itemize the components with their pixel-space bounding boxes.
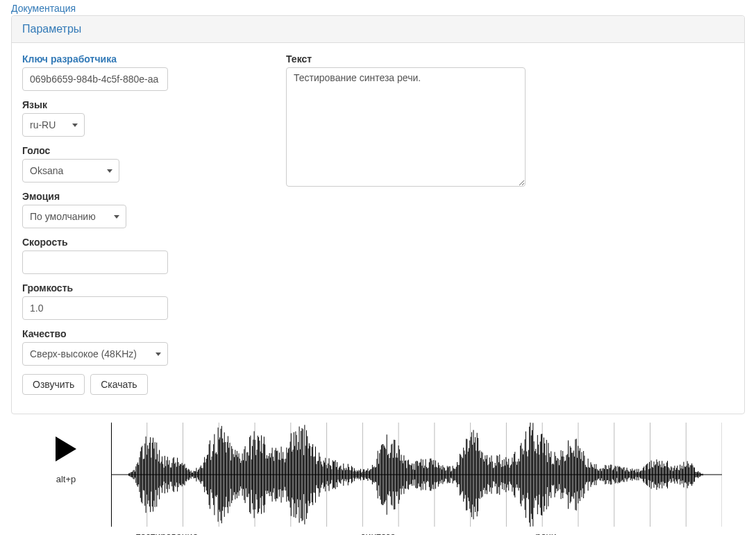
volume-input[interactable] bbox=[22, 296, 168, 320]
speed-input[interactable] bbox=[22, 250, 168, 274]
waveform-display[interactable] bbox=[111, 423, 722, 527]
waveform-area: alt+p тестированиесинтезаречи. 0.000.100… bbox=[21, 423, 735, 535]
dev-key-label[interactable]: Ключ разработчика bbox=[22, 53, 258, 65]
quality-select[interactable]: Сверх-высокое (48KHz) bbox=[22, 342, 168, 366]
speed-label: Скорость bbox=[22, 237, 258, 248]
play-hotkey-label: alt+p bbox=[56, 474, 76, 484]
volume-label: Громкость bbox=[22, 282, 258, 294]
params-panel: Параметры Ключ разработчика Язык ru-RU Г… bbox=[11, 15, 745, 414]
word-label: . bbox=[704, 531, 707, 535]
emotion-select[interactable]: По умолчанию bbox=[22, 205, 126, 228]
quality-label: Качество bbox=[22, 328, 258, 339]
word-label: синтеза bbox=[361, 531, 396, 535]
language-select[interactable]: ru-RU bbox=[22, 113, 85, 137]
word-label: тестирование bbox=[136, 531, 198, 535]
panel-title: Параметры bbox=[12, 16, 744, 43]
dev-key-input[interactable] bbox=[22, 67, 168, 91]
voice-label: Голос bbox=[22, 145, 258, 156]
voice-select[interactable]: Oksana bbox=[22, 159, 119, 182]
download-button[interactable]: Скачать bbox=[90, 374, 148, 395]
text-label: Текст bbox=[286, 53, 734, 65]
word-label: речи bbox=[535, 531, 556, 535]
language-label: Язык bbox=[22, 99, 258, 110]
speak-button[interactable]: Озвучить bbox=[22, 374, 85, 395]
play-button[interactable] bbox=[56, 436, 76, 461]
text-textarea[interactable] bbox=[286, 67, 526, 187]
documentation-link[interactable]: Документация bbox=[11, 3, 76, 14]
word-labels: тестированиесинтезаречи. bbox=[111, 531, 735, 535]
emotion-label: Эмоция bbox=[22, 191, 258, 202]
